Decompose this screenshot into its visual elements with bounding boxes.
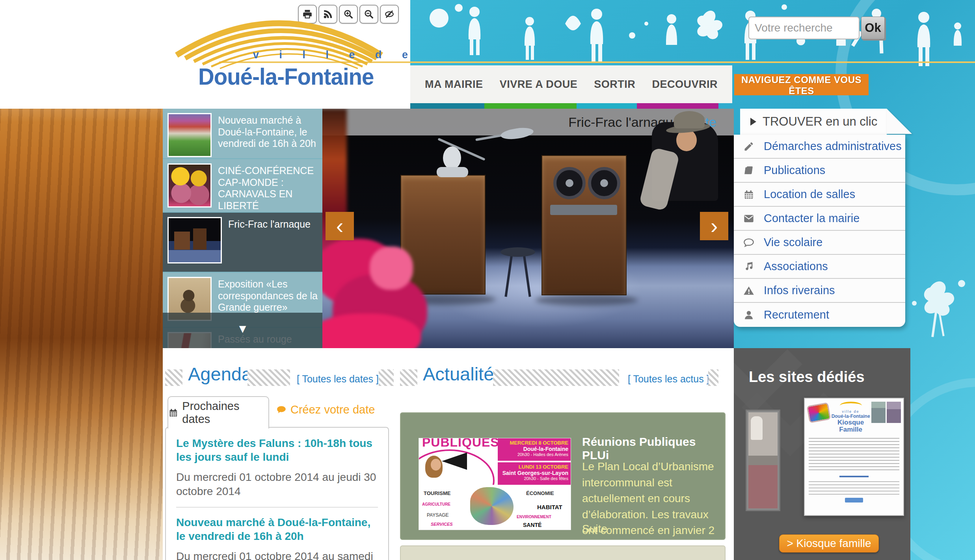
carousel-item-title: Nouveau marché à Doué-la-Fontaine, le ve… [218, 113, 318, 150]
event-date: Du mercredi 01 octobre 2014 au jeudi 30 … [176, 470, 378, 499]
tab-prochaines-dates[interactable]: Prochaines dates [167, 396, 269, 428]
person-icon [734, 310, 764, 321]
plui-poster-image: PUBLIQUES MERCREDI 8 OCTOBRE Doué-la-Fon… [419, 438, 571, 530]
mini-logo-arcs [840, 402, 862, 410]
dedicated-sites-title: Les sites dédiés [749, 369, 865, 386]
carousel-scroll-down[interactable]: ▼ [163, 313, 322, 348]
map-graphic [470, 487, 514, 525]
hatch-decoration [379, 369, 394, 386]
zoom-out-icon [364, 9, 374, 19]
carousel-list-item[interactable]: CINÉ-CONFÉRENCE CAP-MONDE : CARNAVALS EN… [163, 158, 322, 212]
naviguez-comme-vous-etes-button[interactable]: NAVIGUEZ COMME VOUS ÊTES [734, 74, 869, 95]
search-input[interactable] [748, 17, 860, 39]
preview-photo [871, 402, 886, 423]
quick-link-recrutement[interactable]: Recrutement [734, 303, 905, 327]
print-icon [302, 9, 313, 19]
calendar-icon [168, 408, 178, 418]
dedicated-sites-panel: Les sites dédiés ville de Doué-la-Fontai… [734, 348, 910, 560]
divider [176, 507, 378, 508]
speech-bubble-icon [276, 405, 287, 415]
triangle-right-icon [750, 118, 756, 126]
carousel-item-title: Exposition «Les correspondances de la Gr… [218, 277, 318, 313]
kiosque-famille-button[interactable]: > Kiosque famille [779, 534, 879, 553]
quick-links-header: TROUVER en un clic [740, 109, 887, 135]
rss-icon [323, 9, 333, 19]
carousel-list-item[interactable]: Nouveau marché à Doué-la-Fontaine, le ve… [163, 109, 322, 158]
logo-tagline: v i l l e d e [253, 49, 417, 61]
quick-links-header-text: TROUVER en un clic [763, 115, 877, 129]
megaphone-graphic [442, 452, 467, 470]
quick-links-list: Démarches administratives Publications L… [734, 135, 905, 327]
chevron-down-icon: ▼ [237, 323, 249, 335]
market-thumbnail [167, 113, 212, 157]
tab-label: Prochaines dates [182, 400, 268, 426]
zoom-in-icon [343, 9, 354, 19]
hatch-decoration [708, 369, 718, 386]
preview-brand-tagline: ville de [831, 410, 870, 414]
preview-button-graphic [845, 498, 863, 503]
news-view-all-link[interactable]: [ Toutes les actus ] [628, 373, 709, 385]
nav-item-sortir[interactable]: SORTIR [594, 78, 635, 91]
warning-icon [734, 285, 764, 296]
kiosque-famille-preview[interactable]: ville de Doué-la-Fontaine Kiosque Famill… [804, 398, 904, 516]
calendar-icon [734, 189, 764, 200]
preview-kiosque: Kiosque [831, 419, 870, 426]
carousel-item-list: Nouveau marché à Doué-la-Fontaine, le ve… [163, 109, 322, 348]
nav-item-vivre-a-doue[interactable]: VIVRE A DOUE [500, 78, 578, 91]
book-icon [734, 165, 764, 176]
rock-texture-background [0, 67, 163, 560]
tab-label: Créez votre date [290, 403, 375, 416]
agenda-section: Agenda [ Toutes les dates ] Prochaines d… [163, 362, 396, 560]
preview-link-line [839, 476, 869, 477]
poster-title: PUBLIQUES [422, 438, 498, 450]
preview-text-lines [809, 481, 899, 495]
preview-photo [887, 402, 901, 423]
agenda-title: Agenda [188, 363, 252, 385]
hero-carousel-image: Fric-Frac l'arnaque Suite ‹ › [322, 109, 734, 348]
quick-link-demarches[interactable]: Démarches administratives [734, 135, 905, 159]
agenda-view-all-link[interactable]: [ Toutes les dates ] [297, 373, 379, 385]
carousel-prev-button[interactable]: ‹ [326, 212, 354, 240]
search-submit-button[interactable]: Ok [861, 17, 885, 39]
carousel-item-title: Fric-Frac l'arnaque [228, 217, 311, 230]
doue-la-fontaine-homepage: v i l l e d e Doué-la-Fontaine Ok MA MAI… [0, 0, 975, 560]
logo-city-name: Doué-la-Fontaine [198, 63, 374, 90]
hatch-decoration [247, 369, 290, 386]
agenda-events-panel: Le Mystère des Faluns : 10h-18h tous les… [165, 427, 389, 560]
hatch-decoration [400, 369, 417, 386]
event-title[interactable]: Le Mystère des Faluns : 10h-18h tous les… [176, 436, 378, 464]
nav-item-decouvrir[interactable]: DECOUVRIR [652, 78, 718, 91]
quick-link-location-salles[interactable]: Location de salles [734, 183, 905, 207]
second-news-card: BLIQUES Réunions Publiques PLUi [400, 545, 726, 560]
quick-link-infos-riverains[interactable]: Infos riverains [734, 279, 905, 303]
carousel-item-title: CINÉ-CONFÉRENCE CAP-MONDE : CARNAVALS EN… [218, 163, 318, 211]
news-title: Actualités [423, 363, 503, 385]
game-board-graphic [807, 402, 831, 423]
featured-news-card: PUBLIQUES MERCREDI 8 OCTOBRE Doué-la-Fon… [400, 412, 726, 540]
speech-bubble-icon [734, 237, 764, 248]
nav-item-ma-mairie[interactable]: MA MAIRIE [425, 78, 483, 91]
hatch-decoration [493, 369, 619, 386]
featured-news-title[interactable]: Réunions Publiques PLUi [582, 435, 718, 462]
quick-link-associations[interactable]: Associations [734, 255, 905, 279]
carnival-thumbnail [167, 163, 212, 208]
featured-news-suite-link[interactable]: Suite [582, 523, 607, 535]
poster-date-block: LUNDI 13 OCTOBRE Saint Georges-sur-Layon… [498, 462, 571, 485]
quick-link-publications[interactable]: Publications [734, 159, 905, 183]
carousel-list-item-active[interactable]: Fric-Frac l'arnaque [163, 212, 322, 272]
hatch-decoration [165, 369, 182, 386]
featured-news-body: Le Plan Local d’Urbanisme intercommunal … [582, 459, 719, 555]
quick-link-contacter-mairie[interactable]: Contacter la mairie [734, 207, 905, 231]
quick-link-vie-scolaire[interactable]: Vie scolaire [734, 231, 905, 255]
carousel-next-button[interactable]: › [700, 212, 728, 240]
eye-slash-icon [384, 9, 394, 19]
music-note-icon [734, 261, 764, 272]
main-navigation: MA MAIRIE VIVRE A DOUE SORTIR DECOUVRIR [410, 65, 732, 103]
site-search: Ok [748, 17, 885, 39]
preview-text-lines [809, 438, 899, 472]
tab-creez-votre-date[interactable]: Créez votre date [276, 403, 375, 416]
stage-thumbnail [167, 217, 222, 263]
city-logo-arcs [161, 19, 413, 70]
site-thumbnail-partial[interactable] [746, 410, 780, 511]
event-title[interactable]: Nouveau marché à Doué-la-Fontaine, le ve… [176, 515, 378, 543]
